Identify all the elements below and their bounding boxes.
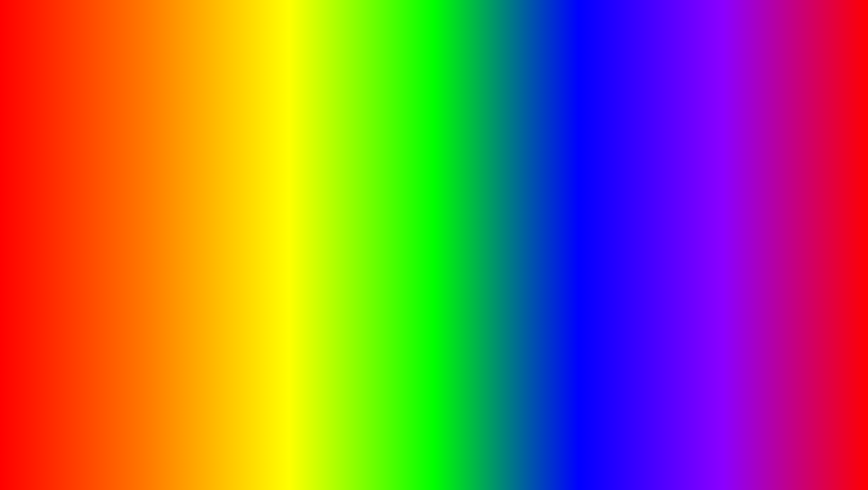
weapons-icon: ⚔ [57,183,63,190]
auto-farm-label: Auto Farm [669,199,697,205]
nav-stats[interactable]: 📈 Stats [40,228,80,251]
skillc-label: Skill C [102,241,118,248]
stats-icon: 📈 [56,232,65,240]
kill-checkbox[interactable]: ✓ [271,200,279,209]
divider-2 [652,247,823,247]
right-nav-settings-label: Settings [617,216,635,222]
nav-main[interactable]: ⌂ Main [40,154,80,177]
slider-track[interactable] [91,187,279,189]
auto-farm-candy-left: Auto Farm Candy [657,231,715,239]
auto-farm-candy-label: Auto Farm Candy [669,232,715,239]
bones-section-label: Bones [652,251,823,258]
nav-teleport[interactable]: ◎ Teleport [40,277,80,300]
skillx-checkbox[interactable]: ✓ [271,220,279,228]
dropdown-label: Select Mode Farm : Normal Mode [658,177,757,184]
main-title: BLOX FRUITS [3,12,865,75]
skillc-checkbox[interactable]: ✓ [271,240,279,248]
select-mode-dropdown[interactable]: Select Mode Farm : Normal Mode ▼ [652,171,823,189]
left-panel-header-left: NEVA HUB | BLOX FRUIT [45,137,129,147]
kill-setting-left: Kill [91,200,109,209]
update-text: UPDATE XMAS [148,428,443,474]
slider-value: 25 [263,175,279,184]
character-silhouette [371,84,497,308]
skillx-setting-left: Skill X [91,220,118,228]
left-panel-header: NEVA HUB | BLOX FRUIT 01/01/2023 - 08:56… [40,134,289,150]
nav-settings-label: Settings [51,216,69,222]
svg-marker-11 [441,343,445,353]
dunfa-icon: ⊕ [57,307,63,314]
neva-logo-slider [91,176,99,184]
neva-logo-autofarm [657,198,665,206]
left-panel-nav: ⌂ Main ⚔ Weapons ⚙ Settings 📈 Stats ✖ [40,150,81,293]
right-panel-header: NEVA HUB | BLOX FRUIT 01/01/2023 [606,134,828,150]
nav-weapons[interactable]: ⚔ Weapons [40,178,80,201]
nav-player-label: Player [53,266,67,271]
right-nav-main[interactable]: ⌂ Main [606,154,646,177]
svg-marker-9 [421,342,425,353]
kill-label: Kill [102,201,109,208]
right-content-main: Main [652,156,823,166]
auto-farm-candy-checkbox[interactable] [810,231,818,239]
kill-heath-label: Kill Heath [For Mastery] [102,177,163,183]
right-nav-port[interactable]: ◎ port [606,277,646,300]
auto-farm-checkbox[interactable] [810,198,818,206]
settings-icon: ⚙ [57,208,63,215]
right-nav-settings[interactable]: ⚙ Settings [606,203,646,226]
nav-weapons-label: Weapons [49,192,70,197]
right-panel-datetime: 01/01/2023 [798,139,823,145]
right-panel-title: NEVA HUB | BLOX FRUIT [625,139,694,146]
neva-logo-skillx [91,220,99,228]
right-stats-icon: 📈 [622,232,631,240]
right-nav-main-label: Main [621,167,631,172]
nav-dunfa-label: DunFa [53,315,67,321]
svg-point-5 [425,359,430,365]
teleport-icon: ◎ [57,282,63,289]
neva-logo-left [45,137,55,147]
right-player-icon: ✖ [623,257,629,264]
kill-heath-slider-container[interactable]: Kill Heath [For Mastery] 25 [86,171,284,193]
player-icon: ✖ [57,257,63,264]
svg-point-6 [438,359,443,365]
left-panel-content: Settings Mastery Kill Heath [For Mastery… [81,150,289,293]
nav-dunfa[interactable]: ⊕ DunFa [40,302,80,325]
ice-mascot [412,339,456,397]
right-nav-stats[interactable]: 📈 Stats [606,228,646,251]
svg-text:FRUITS: FRUITS [751,424,817,445]
right-port-icon: ◎ [623,282,629,289]
auto-farm-candy-row[interactable]: Auto Farm Candy [652,227,823,243]
right-nav-weapons-label: Weapons [615,192,636,197]
auto-farm-left: Auto Farm [657,198,697,206]
slider-label-group: Kill Heath [For Mastery] [91,176,163,184]
svg-text:X: X [805,408,816,426]
right-nav-port-label: port [622,290,630,296]
neva-logo-right [611,137,621,147]
dropdown-arrow-icon: ▼ [810,176,817,184]
left-panel-title: NEVA HUB | BLOX FRUIT [59,139,129,146]
slider-fill [91,187,157,189]
svg-text:☠: ☠ [793,410,801,420]
nav-player[interactable]: ✖ Player [40,253,80,276]
right-panel-body: ⌂ Main ⚔ Weapons ⚙ Settings 📈 Stats ✖ [606,150,828,293]
right-panel-header-left: NEVA HUB | BLOX FRUIT [611,137,694,147]
skillx-setting-row[interactable]: Skill X ✓ [86,216,284,232]
kill-setting-row[interactable]: Kill ✓ [86,196,284,213]
left-ui-panel: NEVA HUB | BLOX FRUIT 01/01/2023 - 08:56… [39,133,291,295]
right-nav-weapons[interactable]: ⚔ Weapons [606,178,646,201]
right-home-icon: ⌂ [624,158,628,165]
right-panel-nav: ⌂ Main ⚔ Weapons ⚙ Settings 📈 Stats ✖ [606,150,646,293]
skillc-setting-row[interactable]: Skill C ✓ [86,236,284,252]
script-text: SCRIPT [451,434,562,468]
home-icon: ⌂ [58,158,63,165]
skillc-setting-left: Skill C [91,240,118,248]
nav-settings[interactable]: ⚙ Settings [40,203,80,226]
right-nav-stats-label: Stats [620,241,631,246]
nav-stats-label: Stats [54,241,66,246]
left-panel-datetime: 01/01/2023 - 08:56:13 AM [ ID ] [214,139,284,145]
right-ui-panel: NEVA HUB | BLOX FRUIT 01/01/2023 ⌂ Main … [604,133,829,295]
auto-farm-row[interactable]: Auto Farm [652,194,823,210]
neva-logo-candy [657,231,665,239]
right-nav-player-label: Player [619,266,633,271]
blox-fruits-logo: BL ☠ X FRUITS [748,405,829,451]
neva-logo-skillc [91,240,99,248]
right-nav-player[interactable]: ✖ Player [606,253,646,276]
